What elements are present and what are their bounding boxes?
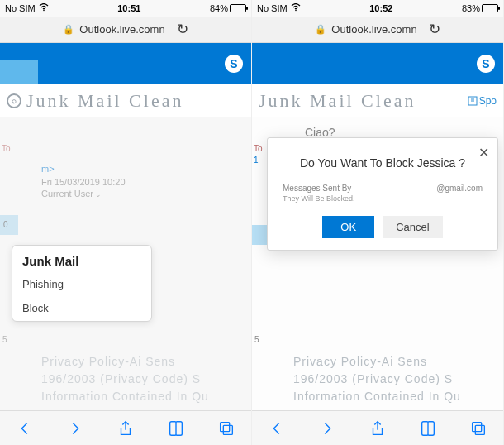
ok-button[interactable]: OK [322, 216, 374, 238]
status-bar: No SIM 10:51 84% [0, 0, 251, 17]
back-button[interactable] [16, 419, 34, 438]
tabs-button[interactable] [217, 419, 235, 438]
footer-text: Privacy Policy-Ai Sens 196/2003 (Privacy… [293, 348, 503, 410]
battery-indicator: 84% [210, 3, 246, 13]
svg-point-0 [43, 10, 45, 12]
url-text: Outlook.live.comn [79, 23, 164, 36]
popover-block[interactable]: Block [12, 297, 151, 321]
modal-message-row: Messages Sent By @gmail.com [278, 184, 487, 193]
page-title: Junk Mail Clean [259, 90, 416, 112]
page-title: Junk Mail Clean [26, 90, 183, 112]
page-title-bar: ⌕ Junk Mail Clean [0, 84, 251, 117]
svg-point-3 [295, 10, 297, 12]
back-button[interactable] [268, 419, 286, 438]
modal-title: Do You Want To Block Jessica ? [278, 150, 487, 184]
side-one: 1 [254, 156, 259, 165]
block-sender-modal: ✕ Do You Want To Block Jessica ? Message… [267, 137, 498, 251]
svg-rect-1 [220, 422, 229, 431]
modal-msg-label: Messages Sent By [283, 184, 351, 193]
forward-button[interactable] [66, 419, 84, 438]
page-title-bar: Junk Mail Clean Spo [252, 84, 503, 117]
status-bar: No SIM 10:52 83% [252, 0, 503, 17]
clock: 10:51 [49, 3, 210, 13]
lock-icon: 🔒 [315, 24, 326, 35]
safari-toolbar [0, 410, 251, 445]
to-label: To [254, 144, 263, 153]
popover-header: Junk Mail [12, 246, 151, 273]
lock-icon: 🔒 [63, 24, 74, 35]
carrier-label: No SIM [5, 3, 36, 13]
skype-icon[interactable]: S [477, 55, 495, 73]
outlook-header-bar: S [0, 43, 251, 84]
modal-message-sub: They Will Be Blocked. [278, 193, 487, 216]
bookmarks-button[interactable] [167, 419, 185, 438]
battery-indicator: 83% [462, 3, 498, 13]
safari-toolbar [252, 410, 503, 445]
outlook-header-bar: S [252, 43, 503, 84]
url-text: Outlook.live.comn [331, 23, 416, 36]
svg-rect-5 [472, 422, 481, 431]
wifi-icon [39, 3, 49, 13]
browser-url-bar[interactable]: 🔒 Outlook.live.comn ↻ [0, 17, 251, 43]
clock: 10:52 [301, 3, 462, 13]
bookmarks-button[interactable] [419, 419, 437, 438]
battery-icon [482, 4, 498, 12]
side-count: 5 [254, 335, 259, 344]
tabs-button[interactable] [469, 419, 487, 438]
battery-icon [230, 4, 246, 12]
search-icon[interactable]: ⌕ [7, 93, 21, 108]
svg-rect-6 [475, 425, 484, 434]
cancel-button[interactable]: Cancel [383, 216, 442, 238]
carrier-label: No SIM [257, 3, 288, 13]
modal-msg-email: @gmail.com [436, 184, 483, 193]
wifi-icon [291, 3, 301, 13]
mail-content: 0 To m> Fri 15/03/2019 10:20 Current Use… [0, 117, 251, 410]
close-icon[interactable]: ✕ [478, 145, 489, 160]
phone-left: No SIM 10:51 84% 🔒 Outlook.live.comn ↻ S… [0, 0, 252, 445]
forward-button[interactable] [318, 419, 336, 438]
modal-buttons: OK Cancel [278, 216, 487, 238]
header-highlight [0, 60, 38, 84]
skype-icon[interactable]: S [225, 55, 243, 73]
mail-content: To 1 Ciao? 5 Privacy Policy-Ai Sens 196/… [252, 117, 503, 410]
svg-rect-2 [223, 425, 232, 434]
sponsor-link[interactable]: Spo [468, 95, 497, 107]
phone-right: No SIM 10:52 83% 🔒 Outlook.live.comn ↻ S… [252, 0, 504, 445]
reload-icon[interactable]: ↻ [177, 21, 188, 38]
browser-url-bar[interactable]: 🔒 Outlook.live.comn ↻ [252, 17, 503, 43]
share-button[interactable] [368, 419, 387, 438]
junk-mail-popover: Junk Mail Phishing Block [12, 245, 152, 322]
reload-icon[interactable]: ↻ [429, 21, 440, 38]
share-button[interactable] [116, 419, 135, 438]
popover-phishing[interactable]: Phishing [12, 273, 151, 297]
